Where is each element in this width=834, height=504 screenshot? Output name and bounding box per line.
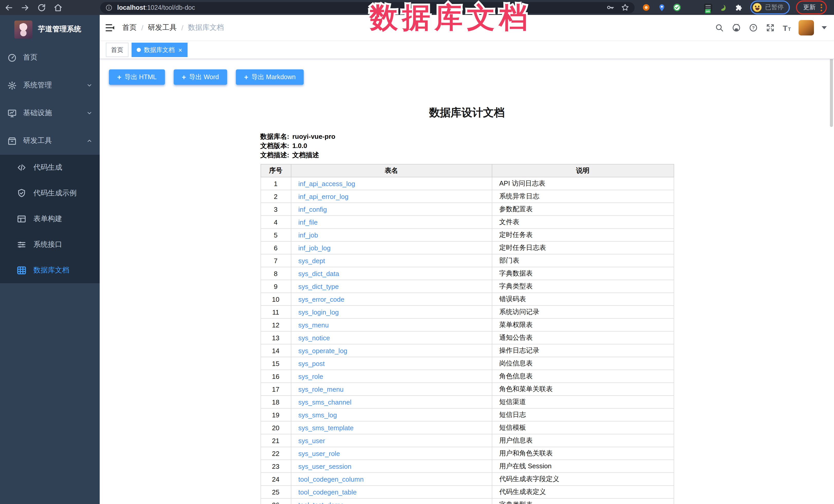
col-header-desc: 说明 — [492, 164, 674, 177]
home-icon[interactable] — [53, 3, 63, 12]
table-name-link[interactable]: sys_error_code — [298, 295, 344, 303]
table-desc-cell: 岗位信息表 — [492, 357, 674, 370]
toolbox-icon — [7, 136, 17, 146]
table-desc-cell: 字典类型表 — [492, 498, 674, 504]
app-logo-row[interactable]: 芋道管理系统 — [0, 15, 100, 44]
table-name-link[interactable]: sys_menu — [298, 321, 329, 329]
breadcrumb-home[interactable]: 首页 — [122, 23, 137, 32]
github-icon[interactable] — [732, 23, 741, 32]
table-name-link[interactable]: sys_user_role — [298, 450, 340, 457]
table-name-link[interactable]: sys_role — [298, 372, 323, 380]
table-name-link[interactable]: inf_api_error_log — [298, 193, 348, 200]
table-desc-cell: 系统异常日志 — [492, 190, 674, 203]
extension-grid-icon[interactable] — [688, 3, 697, 12]
table-desc-cell: 字典数据表 — [492, 267, 674, 280]
table-name-link[interactable]: sys_role_menu — [298, 385, 344, 393]
extension-orange-icon[interactable] — [642, 3, 651, 12]
sidebar-item-devtools[interactable]: 研发工具 — [0, 127, 100, 155]
sidebar-item-db-doc[interactable]: 数据库文档 — [0, 258, 100, 283]
paused-label: 已暂停 — [765, 3, 784, 12]
table-name-link[interactable]: inf_api_access_log — [298, 180, 355, 188]
fullscreen-icon[interactable] — [766, 23, 775, 32]
breadcrumb-devtools[interactable]: 研发工具 — [148, 23, 177, 32]
back-icon[interactable] — [4, 3, 13, 12]
row-index-cell: 14 — [261, 344, 291, 357]
chrome-update-button[interactable]: 更新 — [796, 1, 827, 15]
forward-icon[interactable] — [21, 3, 30, 12]
sidebar-item-infra[interactable]: 基础设施 — [0, 99, 100, 127]
table-name-link[interactable]: sys_operate_log — [298, 347, 347, 354]
extension-pin-icon[interactable] — [657, 3, 666, 12]
table-name-link[interactable]: inf_job — [298, 231, 318, 239]
table-name-link[interactable]: inf_file — [298, 218, 317, 226]
table-name-link[interactable]: sys_dept — [298, 257, 325, 264]
extension-leaf-icon[interactable] — [719, 3, 728, 12]
table-name-cell: sys_post — [291, 357, 492, 370]
table-name-link[interactable]: tool_codegen_table — [298, 488, 357, 496]
table-name-link[interactable]: sys_user_session — [298, 462, 351, 470]
table-name-link[interactable]: sys_notice — [298, 334, 330, 342]
table-name-link[interactable]: tool_test_demo — [298, 501, 344, 504]
document-meta: 数据库名: ruoyi-vue-pro 文档版本: 1.0.0 文档描述: 文档… — [260, 132, 674, 160]
extension-check-icon[interactable] — [673, 3, 681, 12]
sidebar-item-form-builder[interactable]: 表单构建 — [0, 206, 100, 232]
sidebar-item-system[interactable]: 系统管理 — [0, 71, 100, 99]
table-name-link[interactable]: tool_codegen_column — [298, 475, 364, 483]
table-desc-cell: 系统访问记录 — [492, 306, 674, 319]
export-markdown-button[interactable]: + 导出 Markdown — [236, 69, 304, 85]
password-key-icon[interactable] — [606, 3, 615, 12]
bookmark-star-icon[interactable] — [621, 3, 630, 12]
table-name-cell: inf_job — [291, 228, 492, 241]
table-row: 11 sys_login_log 系统访问记录 — [261, 306, 674, 319]
browser-toolbar: localhost:1024/tool/db-doc — [0, 0, 834, 15]
table-name-link[interactable]: sys_dict_type — [298, 282, 339, 290]
row-index-cell: 22 — [261, 447, 291, 460]
table-name-link[interactable]: sys_sms_channel — [298, 398, 351, 406]
info-icon[interactable] — [105, 4, 112, 11]
row-index-cell: 11 — [261, 306, 291, 319]
export-html-button[interactable]: + 导出 HTML — [109, 69, 165, 85]
user-avatar[interactable] — [798, 20, 814, 36]
font-size-icon[interactable]: T T — [783, 24, 791, 31]
browser-menu-kebab-icon[interactable] — [819, 3, 823, 12]
table-name-link[interactable]: sys_sms_template — [298, 424, 354, 432]
table-name-cell: tool_codegen_column — [291, 473, 492, 485]
row-index-cell: 26 — [261, 498, 291, 504]
sidebar-item-label: 代码生成 — [34, 163, 62, 172]
table-name-cell: inf_config — [291, 203, 492, 216]
sidebar-toggle-icon[interactable] — [105, 23, 115, 33]
plus-icon: + — [117, 73, 121, 81]
table-name-link[interactable]: sys_sms_log — [298, 411, 337, 419]
table-name-link[interactable]: sys_post — [298, 359, 325, 367]
tag-home[interactable]: 首页 — [106, 43, 129, 57]
close-icon[interactable]: × — [178, 46, 182, 53]
user-menu-caret-icon[interactable] — [822, 26, 827, 29]
reload-icon[interactable] — [37, 3, 46, 12]
row-index-cell: 2 — [261, 190, 291, 203]
app-logo — [15, 20, 32, 38]
tag-db-doc[interactable]: 数据库文档 × — [132, 43, 187, 57]
table-name-link[interactable]: sys_login_log — [298, 308, 339, 316]
table-name-cell: inf_file — [291, 216, 492, 228]
sidebar-item-codegen-demo[interactable]: 代码生成示例 — [0, 180, 100, 206]
extension-puzzle-icon[interactable] — [734, 3, 743, 12]
table-name-cell: sys_role — [291, 370, 492, 383]
table-name-link[interactable]: inf_config — [298, 205, 327, 213]
active-dot — [137, 48, 141, 52]
sidebar-item-api[interactable]: 系统接口 — [0, 232, 100, 258]
extension-stack-on-icon[interactable]: on — [703, 3, 712, 12]
profile-paused-badge[interactable]: 已暂停 — [750, 1, 790, 15]
search-icon[interactable] — [715, 23, 724, 32]
gear-icon — [7, 81, 17, 90]
url-bar[interactable]: localhost:1024/tool/db-doc — [100, 2, 635, 13]
table-name-link[interactable]: sys_dict_data — [298, 270, 339, 277]
sidebar-item-home[interactable]: 首页 — [0, 44, 100, 71]
document-title: 数据库设计文档 — [260, 105, 674, 120]
table-name-link[interactable]: inf_job_log — [298, 244, 331, 251]
sidebar-item-codegen[interactable]: 代码生成 — [0, 155, 100, 180]
export-word-button[interactable]: + 导出 Word — [173, 69, 227, 85]
help-icon[interactable]: ? — [749, 23, 758, 32]
row-index-cell: 20 — [261, 421, 291, 434]
table-row: 10 sys_error_code 错误码表 — [261, 293, 674, 306]
table-name-link[interactable]: sys_user — [298, 437, 325, 444]
